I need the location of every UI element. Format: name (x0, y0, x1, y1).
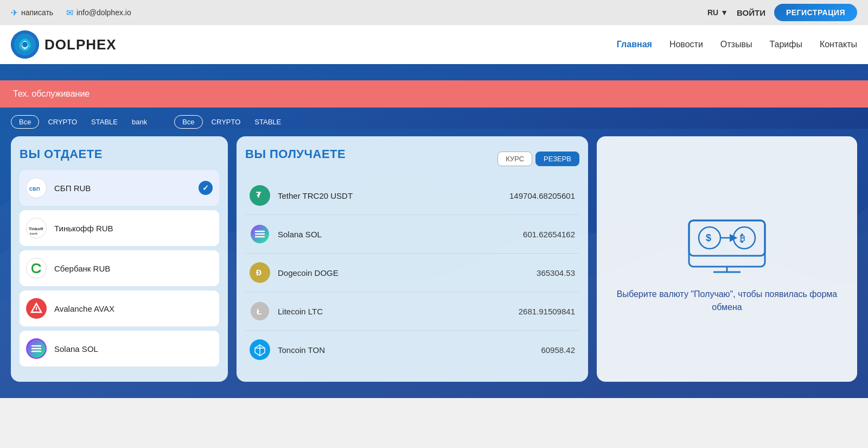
nav-home[interactable]: Главная (617, 40, 652, 49)
login-button[interactable]: ВОЙТИ (737, 8, 765, 17)
receive-title: ВЫ ПОЛУЧАЕТЕ (245, 147, 346, 161)
register-button[interactable]: РЕГИСТРАЦИЯ (774, 4, 857, 21)
receive-filters: Все CRYPTO STABLE (174, 115, 286, 129)
ton-logo (250, 339, 270, 360)
sol-give-logo (26, 338, 47, 359)
receive-ltc-amount: 2681.91509841 (519, 307, 575, 316)
receive-sol-name: Solana SOL (278, 230, 515, 239)
receive-item-ltc[interactable]: Ł Litecoin LTC 2681.91509841 (245, 294, 579, 328)
avax-logo (26, 298, 47, 319)
telegram-icon: ✈ (11, 8, 18, 18)
svg-text:bank: bank (30, 232, 38, 235)
telegram-link[interactable]: ✈ написать (11, 8, 53, 18)
give-filter-crypto[interactable]: CRYPTO (42, 116, 82, 128)
divider-3 (245, 292, 579, 292)
give-title: ВЫ ОТДАЕТЕ (20, 147, 219, 161)
top-bar: ✈ написать ✉ info@dolphex.io RU ▼ ВОЙТИ … (0, 0, 868, 25)
tinkoff-logo: Tinkoff bank (26, 218, 47, 238)
email-icon: ✉ (66, 8, 73, 18)
give-item-sbp[interactable]: СБП СБП RUB ✓ (20, 170, 219, 206)
exchange-hint-text: Выберите валюту "Получаю", чтобы появила… (605, 288, 848, 314)
telegram-label: написать (21, 8, 53, 17)
svg-text:₿: ₿ (740, 234, 745, 244)
nav-reviews[interactable]: Отзывы (720, 40, 752, 49)
receive-usdt-amount: 149704.68205601 (509, 191, 575, 200)
receive-item-doge[interactable]: Ð Dogecoin DOGE 365304.53 (245, 256, 579, 289)
language-selector[interactable]: RU ▼ (707, 8, 728, 17)
top-bar-left: ✈ написать ✉ info@dolphex.io (11, 8, 131, 18)
give-item-sber[interactable]: Сбербанк RUB (20, 250, 219, 286)
receive-ltc-name: Litecoin LTC (278, 307, 511, 316)
svg-text:$: $ (706, 232, 711, 243)
give-avax-name: Avalanche AVAX (54, 304, 213, 313)
nav-contacts[interactable]: Контакты (820, 40, 857, 49)
main-content: ВЫ ОТДАЕТЕ СБП СБП RUB ✓ Tinkoff (0, 129, 868, 398)
email-address: info@dolphex.io (76, 8, 131, 17)
panel-give: ВЫ ОТДАЕТЕ СБП СБП RUB ✓ Tinkoff (11, 136, 228, 382)
receive-usdt-name: Tether TRC20 USDT (278, 191, 502, 200)
give-filter-stable[interactable]: STABLE (86, 116, 123, 128)
svg-text:₮: ₮ (256, 191, 261, 199)
logo[interactable]: DOLPHEX (11, 30, 117, 59)
notice-bar: Тех. обслуживание (0, 80, 868, 108)
divider-4 (245, 330, 579, 331)
divider-1 (245, 214, 579, 215)
lang-label: RU (707, 8, 718, 17)
receive-doge-amount: 365304.53 (537, 268, 575, 277)
notice-text: Тех. обслуживание (13, 89, 90, 98)
receive-item-sol[interactable]: Solana SOL 601.62654162 (245, 217, 579, 251)
email-link[interactable]: ✉ info@dolphex.io (66, 8, 131, 18)
filter-area: Все CRYPTO STABLE bank Все CRYPTO STABLE (0, 108, 868, 129)
svg-point-2 (22, 42, 28, 47)
give-item-tinkoff[interactable]: Tinkoff bank Тинькофф RUB (20, 210, 219, 246)
svg-text:Tinkoff: Tinkoff (29, 226, 43, 231)
receive-filter-all[interactable]: Все (174, 115, 202, 129)
nav-tariffs[interactable]: Тарифы (769, 40, 802, 49)
nav-bar: DOLPHEX Главная Новости Отзывы Тарифы Ко… (0, 25, 868, 64)
logo-text: DOLPHEX (44, 36, 117, 53)
svg-rect-8 (27, 259, 46, 277)
nav-links: Главная Новости Отзывы Тарифы Контакты (617, 40, 857, 49)
receive-item-usdt[interactable]: ₮ Tether TRC20 USDT 149704.68205601 (245, 179, 579, 212)
logo-icon (11, 30, 39, 59)
give-sber-name: Сбербанк RUB (54, 264, 213, 273)
selected-checkmark: ✓ (199, 181, 213, 195)
receive-ton-amount: 60958.42 (541, 345, 575, 355)
panel-receive: ВЫ ПОЛУЧАЕТЕ КУРС РЕЗЕРВ ₮ Tether TRC20 … (237, 136, 588, 382)
exchange-illustration: $ ₿ (678, 204, 776, 277)
panel-exchange: $ ₿ Выберите валюту "Получаю", чтобы поя… (597, 136, 857, 382)
tether-logo: ₮ (250, 185, 270, 206)
svg-text:СБП: СБП (29, 186, 40, 192)
receive-filter-stable[interactable]: STABLE (249, 116, 286, 128)
hero-section: Тех. обслуживание Все CRYPTO STABLE bank… (0, 64, 868, 398)
doge-logo: Ð (250, 262, 270, 283)
give-filters: Все CRYPTO STABLE bank (11, 115, 152, 129)
ltc-logo: Ł (250, 301, 270, 321)
sber-logo (26, 258, 47, 279)
give-sbp-name: СБП RUB (54, 184, 191, 193)
receive-ton-name: Toncoin TON (278, 345, 533, 355)
give-filter-bank[interactable]: bank (126, 116, 152, 128)
divider-2 (245, 253, 579, 254)
svg-text:Ł: Ł (257, 307, 261, 316)
svg-text:Ð: Ð (256, 268, 261, 277)
receive-filter-crypto[interactable]: CRYPTO (206, 116, 246, 128)
receive-doge-name: Dogecoin DOGE (278, 268, 529, 277)
receive-sol-amount: 601.62654162 (523, 230, 575, 239)
rate-tab-reserve[interactable]: РЕЗЕРВ (535, 152, 579, 166)
receive-header: ВЫ ПОЛУЧАЕТЕ КУРС РЕЗЕРВ (245, 147, 579, 170)
rate-tabs: КУРС РЕЗЕРВ (497, 152, 579, 166)
top-bar-right: RU ▼ ВОЙТИ РЕГИСТРАЦИЯ (707, 4, 857, 21)
receive-item-ton[interactable]: Toncoin TON 60958.42 (245, 333, 579, 367)
nav-news[interactable]: Новости (669, 40, 703, 49)
rate-tab-kurse[interactable]: КУРС (497, 152, 532, 166)
give-sol-name: Solana SOL (54, 344, 213, 354)
chevron-down-icon: ▼ (720, 8, 728, 17)
sbp-logo: СБП (26, 178, 47, 198)
give-tinkoff-name: Тинькофф RUB (54, 224, 213, 233)
give-filter-all[interactable]: Все (11, 115, 39, 129)
give-item-sol[interactable]: Solana SOL (20, 331, 219, 367)
sol-receive-logo (250, 224, 270, 244)
logo-svg (11, 30, 39, 59)
give-item-avax[interactable]: Avalanche AVAX (20, 291, 219, 326)
